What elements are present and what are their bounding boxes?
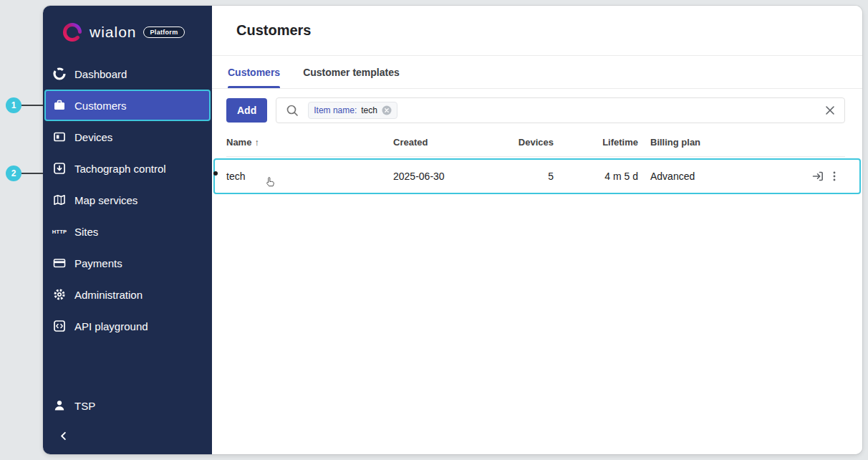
search-input[interactable]: Item name: tech <box>276 97 845 123</box>
download-square-icon <box>52 161 67 176</box>
chip-remove-icon[interactable] <box>382 105 392 115</box>
sidebar-item-label: Customers <box>74 100 127 112</box>
wialon-logo: wialon Platform <box>62 21 185 43</box>
sidebar-item-label: Administration <box>74 289 143 301</box>
sidebar-item-customers[interactable]: Customers <box>44 90 211 121</box>
column-header-created[interactable]: Created <box>393 137 519 148</box>
http-icon: HTTP <box>52 224 67 239</box>
column-header-billing-plan[interactable]: Billing plan <box>638 137 798 148</box>
sidebar-collapse-button[interactable] <box>53 427 73 444</box>
cell-created: 2025-06-30 <box>393 171 519 182</box>
tab-customers[interactable]: Customers <box>228 56 280 88</box>
table-header: Name ↑ Created Devices Lifetime Billing … <box>226 128 845 157</box>
sidebar-item-label: Tachograph control <box>74 163 166 175</box>
cell-lifetime: 4 m 5 d <box>554 171 638 182</box>
column-header-devices[interactable]: Devices <box>519 137 554 148</box>
wialon-logo-icon <box>62 21 83 43</box>
hand-cursor-icon <box>265 176 276 191</box>
sidebar-item-devices[interactable]: Devices <box>43 121 212 153</box>
column-header-name[interactable]: Name ↑ <box>226 137 393 148</box>
column-header-lifetime[interactable]: Lifetime <box>554 137 638 148</box>
devices-icon <box>52 130 67 144</box>
sidebar-item-tsp[interactable]: TSP <box>43 394 212 417</box>
main-content: Customers Customers Customer templates A… <box>212 6 862 454</box>
app-window: wialon Platform Dashboard Customers D <box>43 6 862 454</box>
cell-name: tech <box>226 171 393 182</box>
sidebar-item-dashboard[interactable]: Dashboard <box>43 58 212 90</box>
sidebar-item-label: Sites <box>74 226 98 238</box>
gear-icon <box>52 287 67 302</box>
filter-chip[interactable]: Item name: tech <box>308 102 397 119</box>
cell-devices: 5 <box>519 171 554 182</box>
annotation-badge-2: 2 <box>6 166 21 181</box>
chevron-left-icon <box>58 431 69 441</box>
column-label: Name <box>226 137 251 148</box>
add-button[interactable]: Add <box>226 98 267 123</box>
sort-ascending-icon: ↑ <box>254 137 259 148</box>
tab-customer-templates[interactable]: Customer templates <box>303 56 400 88</box>
credit-card-icon <box>52 256 67 270</box>
sidebar-item-sites[interactable]: HTTP Sites <box>43 216 212 247</box>
row-menu-icon[interactable] <box>825 170 844 183</box>
sidebar-item-label: Dashboard <box>74 68 127 80</box>
page-title: Customers <box>236 22 311 39</box>
sidebar-item-label: Map services <box>74 194 138 206</box>
dashboard-icon <box>52 67 67 81</box>
sidebar-item-administration[interactable]: Administration <box>43 279 212 310</box>
tab-bar: Customers Customer templates <box>212 56 862 89</box>
toolbar: Add Item name: tech <box>212 89 862 128</box>
sidebar-item-payments[interactable]: Payments <box>43 247 212 279</box>
open-customer-icon[interactable] <box>796 169 825 183</box>
cell-billing-plan: Advanced <box>638 171 796 182</box>
sidebar-item-api-playground[interactable]: API playground <box>43 310 212 342</box>
briefcase-icon <box>52 98 67 112</box>
sidebar-nav: Dashboard Customers Devices Tachograph c… <box>43 58 212 342</box>
filter-chip-field: Item name: <box>314 105 357 115</box>
sidebar-item-label: Devices <box>74 131 112 143</box>
page-header: Customers <box>212 6 862 56</box>
sidebar-item-map-services[interactable]: Map services <box>43 184 212 216</box>
sidebar-item-label: TSP <box>74 400 95 412</box>
annotation-line-2 <box>21 173 43 174</box>
column-label: Lifetime <box>602 137 638 148</box>
sidebar: wialon Platform Dashboard Customers D <box>43 6 212 454</box>
sidebar-item-label: API playground <box>74 320 148 332</box>
filter-chip-value: tech <box>361 105 377 115</box>
search-icon <box>285 103 299 118</box>
column-label: Devices <box>519 137 554 148</box>
brand-name: wialon <box>90 24 137 41</box>
platform-badge: Platform <box>143 27 185 38</box>
clear-search-icon[interactable] <box>824 105 836 116</box>
column-label: Billing plan <box>650 137 700 148</box>
person-icon <box>52 398 67 413</box>
annotation-badge-1: 1 <box>6 97 21 113</box>
sidebar-item-tachograph-control[interactable]: Tachograph control <box>43 153 212 184</box>
annotation-line-1 <box>21 105 43 106</box>
sidebar-item-label: Payments <box>74 257 122 269</box>
column-label: Created <box>393 137 428 148</box>
annotation-dot-2 <box>213 171 218 176</box>
map-icon <box>52 193 67 207</box>
table-row[interactable]: tech 2025-06-30 5 4 m 5 d Advanced <box>213 158 861 194</box>
code-square-icon <box>52 319 67 333</box>
